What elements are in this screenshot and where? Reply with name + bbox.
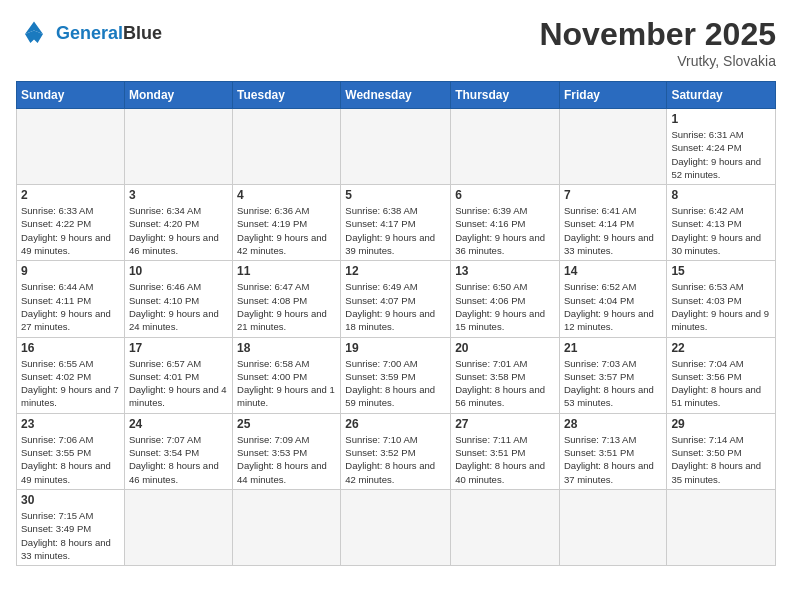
day-number: 8 — [671, 188, 771, 202]
day-info: Sunrise: 6:49 AM Sunset: 4:07 PM Dayligh… — [345, 280, 446, 333]
day-number: 7 — [564, 188, 662, 202]
calendar-cell: 29Sunrise: 7:14 AM Sunset: 3:50 PM Dayli… — [667, 413, 776, 489]
calendar-cell: 21Sunrise: 7:03 AM Sunset: 3:57 PM Dayli… — [559, 337, 666, 413]
day-info: Sunrise: 7:14 AM Sunset: 3:50 PM Dayligh… — [671, 433, 771, 486]
day-number: 10 — [129, 264, 228, 278]
calendar-cell — [559, 489, 666, 565]
calendar-cell: 30Sunrise: 7:15 AM Sunset: 3:49 PM Dayli… — [17, 489, 125, 565]
day-info: Sunrise: 6:53 AM Sunset: 4:03 PM Dayligh… — [671, 280, 771, 333]
month-year-title: November 2025 — [539, 16, 776, 53]
calendar-cell: 22Sunrise: 7:04 AM Sunset: 3:56 PM Dayli… — [667, 337, 776, 413]
day-info: Sunrise: 7:03 AM Sunset: 3:57 PM Dayligh… — [564, 357, 662, 410]
day-number: 6 — [455, 188, 555, 202]
day-number: 2 — [21, 188, 120, 202]
calendar-cell: 3Sunrise: 6:34 AM Sunset: 4:20 PM Daylig… — [124, 185, 232, 261]
day-number: 11 — [237, 264, 336, 278]
day-number: 21 — [564, 341, 662, 355]
day-info: Sunrise: 6:31 AM Sunset: 4:24 PM Dayligh… — [671, 128, 771, 181]
calendar-week-row: 16Sunrise: 6:55 AM Sunset: 4:02 PM Dayli… — [17, 337, 776, 413]
day-number: 27 — [455, 417, 555, 431]
calendar-cell — [233, 489, 341, 565]
day-number: 3 — [129, 188, 228, 202]
weekday-header-wednesday: Wednesday — [341, 82, 451, 109]
day-info: Sunrise: 7:07 AM Sunset: 3:54 PM Dayligh… — [129, 433, 228, 486]
calendar-cell: 26Sunrise: 7:10 AM Sunset: 3:52 PM Dayli… — [341, 413, 451, 489]
day-info: Sunrise: 6:57 AM Sunset: 4:01 PM Dayligh… — [129, 357, 228, 410]
calendar-cell — [451, 109, 560, 185]
day-info: Sunrise: 7:15 AM Sunset: 3:49 PM Dayligh… — [21, 509, 120, 562]
logo: GeneralBlue — [16, 16, 162, 52]
calendar-cell: 4Sunrise: 6:36 AM Sunset: 4:19 PM Daylig… — [233, 185, 341, 261]
calendar-cell: 28Sunrise: 7:13 AM Sunset: 3:51 PM Dayli… — [559, 413, 666, 489]
day-info: Sunrise: 6:50 AM Sunset: 4:06 PM Dayligh… — [455, 280, 555, 333]
day-info: Sunrise: 7:04 AM Sunset: 3:56 PM Dayligh… — [671, 357, 771, 410]
calendar-cell: 24Sunrise: 7:07 AM Sunset: 3:54 PM Dayli… — [124, 413, 232, 489]
calendar-cell: 7Sunrise: 6:41 AM Sunset: 4:14 PM Daylig… — [559, 185, 666, 261]
calendar-cell: 8Sunrise: 6:42 AM Sunset: 4:13 PM Daylig… — [667, 185, 776, 261]
day-info: Sunrise: 6:42 AM Sunset: 4:13 PM Dayligh… — [671, 204, 771, 257]
day-info: Sunrise: 6:52 AM Sunset: 4:04 PM Dayligh… — [564, 280, 662, 333]
calendar-cell — [559, 109, 666, 185]
weekday-header-sunday: Sunday — [17, 82, 125, 109]
calendar-header-row: SundayMondayTuesdayWednesdayThursdayFrid… — [17, 82, 776, 109]
calendar-week-row: 2Sunrise: 6:33 AM Sunset: 4:22 PM Daylig… — [17, 185, 776, 261]
calendar-cell: 16Sunrise: 6:55 AM Sunset: 4:02 PM Dayli… — [17, 337, 125, 413]
day-number: 25 — [237, 417, 336, 431]
day-info: Sunrise: 6:55 AM Sunset: 4:02 PM Dayligh… — [21, 357, 120, 410]
day-number: 12 — [345, 264, 446, 278]
day-number: 18 — [237, 341, 336, 355]
calendar-cell: 14Sunrise: 6:52 AM Sunset: 4:04 PM Dayli… — [559, 261, 666, 337]
day-info: Sunrise: 6:47 AM Sunset: 4:08 PM Dayligh… — [237, 280, 336, 333]
weekday-header-tuesday: Tuesday — [233, 82, 341, 109]
day-info: Sunrise: 6:33 AM Sunset: 4:22 PM Dayligh… — [21, 204, 120, 257]
calendar-cell: 11Sunrise: 6:47 AM Sunset: 4:08 PM Dayli… — [233, 261, 341, 337]
calendar-cell: 15Sunrise: 6:53 AM Sunset: 4:03 PM Dayli… — [667, 261, 776, 337]
day-info: Sunrise: 7:13 AM Sunset: 3:51 PM Dayligh… — [564, 433, 662, 486]
day-info: Sunrise: 6:34 AM Sunset: 4:20 PM Dayligh… — [129, 204, 228, 257]
day-number: 5 — [345, 188, 446, 202]
calendar-week-row: 9Sunrise: 6:44 AM Sunset: 4:11 PM Daylig… — [17, 261, 776, 337]
day-number: 15 — [671, 264, 771, 278]
calendar-cell: 25Sunrise: 7:09 AM Sunset: 3:53 PM Dayli… — [233, 413, 341, 489]
day-number: 1 — [671, 112, 771, 126]
day-info: Sunrise: 6:44 AM Sunset: 4:11 PM Dayligh… — [21, 280, 120, 333]
calendar-cell: 10Sunrise: 6:46 AM Sunset: 4:10 PM Dayli… — [124, 261, 232, 337]
logo-text: GeneralBlue — [56, 24, 162, 44]
day-info: Sunrise: 7:10 AM Sunset: 3:52 PM Dayligh… — [345, 433, 446, 486]
day-info: Sunrise: 6:36 AM Sunset: 4:19 PM Dayligh… — [237, 204, 336, 257]
calendar-cell — [341, 489, 451, 565]
day-number: 26 — [345, 417, 446, 431]
calendar-cell — [667, 489, 776, 565]
calendar-cell — [341, 109, 451, 185]
day-number: 30 — [21, 493, 120, 507]
calendar-cell — [451, 489, 560, 565]
weekday-header-friday: Friday — [559, 82, 666, 109]
calendar-cell: 17Sunrise: 6:57 AM Sunset: 4:01 PM Dayli… — [124, 337, 232, 413]
calendar-cell — [124, 109, 232, 185]
day-info: Sunrise: 6:41 AM Sunset: 4:14 PM Dayligh… — [564, 204, 662, 257]
calendar-cell: 5Sunrise: 6:38 AM Sunset: 4:17 PM Daylig… — [341, 185, 451, 261]
calendar-cell: 2Sunrise: 6:33 AM Sunset: 4:22 PM Daylig… — [17, 185, 125, 261]
calendar-cell: 23Sunrise: 7:06 AM Sunset: 3:55 PM Dayli… — [17, 413, 125, 489]
page-header: GeneralBlue November 2025 Vrutky, Slovak… — [16, 16, 776, 69]
calendar-cell — [124, 489, 232, 565]
calendar-cell — [233, 109, 341, 185]
title-block: November 2025 Vrutky, Slovakia — [539, 16, 776, 69]
day-number: 16 — [21, 341, 120, 355]
day-number: 20 — [455, 341, 555, 355]
day-number: 17 — [129, 341, 228, 355]
day-number: 29 — [671, 417, 771, 431]
calendar-table: SundayMondayTuesdayWednesdayThursdayFrid… — [16, 81, 776, 566]
calendar-cell: 20Sunrise: 7:01 AM Sunset: 3:58 PM Dayli… — [451, 337, 560, 413]
day-info: Sunrise: 6:46 AM Sunset: 4:10 PM Dayligh… — [129, 280, 228, 333]
calendar-cell — [17, 109, 125, 185]
day-info: Sunrise: 7:11 AM Sunset: 3:51 PM Dayligh… — [455, 433, 555, 486]
calendar-week-row: 1Sunrise: 6:31 AM Sunset: 4:24 PM Daylig… — [17, 109, 776, 185]
day-number: 14 — [564, 264, 662, 278]
weekday-header-monday: Monday — [124, 82, 232, 109]
calendar-cell: 9Sunrise: 6:44 AM Sunset: 4:11 PM Daylig… — [17, 261, 125, 337]
day-info: Sunrise: 7:09 AM Sunset: 3:53 PM Dayligh… — [237, 433, 336, 486]
logo-icon — [16, 16, 52, 52]
calendar-cell: 13Sunrise: 6:50 AM Sunset: 4:06 PM Dayli… — [451, 261, 560, 337]
calendar-cell: 19Sunrise: 7:00 AM Sunset: 3:59 PM Dayli… — [341, 337, 451, 413]
